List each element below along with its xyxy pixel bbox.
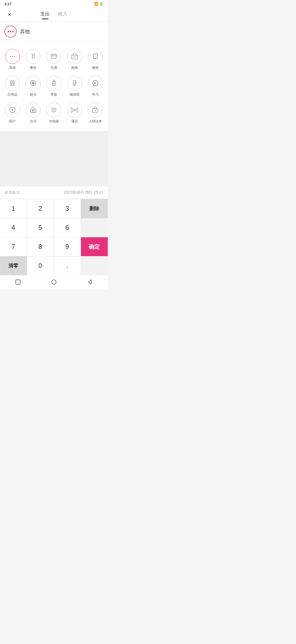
category-item-other[interactable]: 其他	[2, 46, 23, 73]
nav-home-icon[interactable]	[49, 277, 59, 287]
datetime-display: 2023年09月28日 15:17	[64, 190, 103, 195]
status-bar: 3:17 📶 🔋	[0, 0, 108, 8]
svg-point-26	[74, 109, 76, 111]
study-icon	[88, 76, 103, 91]
tab-income[interactable]: 收入	[58, 11, 67, 18]
category-item-transport[interactable]: 交通	[44, 46, 64, 73]
daily-icon	[5, 76, 20, 91]
category-item-food[interactable]: 餐饮	[23, 46, 44, 73]
selected-category-icon	[4, 25, 17, 38]
entertainment-label: 娱乐	[30, 92, 36, 97]
svg-rect-16	[53, 82, 56, 86]
svg-rect-7	[11, 80, 12, 84]
svg-point-0	[10, 56, 11, 57]
key-dot[interactable]: .	[54, 256, 81, 275]
alcohol-icon	[67, 76, 82, 91]
status-icons: 📶 🔋	[94, 2, 103, 6]
social-icon	[88, 102, 103, 117]
keypad-row-2: 4 5 6	[0, 218, 108, 237]
nav-square-icon[interactable]	[13, 277, 23, 287]
clothes-icon	[88, 49, 103, 64]
note-bar: 添加备注 2023年09月28日 15:17	[0, 186, 108, 199]
svg-rect-3	[51, 54, 57, 58]
nav-back-icon[interactable]	[85, 277, 95, 287]
category-item-utilities[interactable]: 水电煤	[44, 100, 64, 127]
svg-rect-8	[13, 80, 14, 84]
housing-icon	[26, 102, 41, 117]
svg-point-20	[93, 80, 98, 86]
category-item-snacks[interactable]: 零食	[44, 73, 64, 100]
category-item-daily[interactable]: 日用品	[2, 73, 23, 100]
status-time: 3:17	[4, 2, 12, 6]
selected-category-label: 其他	[20, 28, 30, 35]
snacks-label: 零食	[51, 92, 57, 97]
study-label: 学习	[92, 92, 99, 97]
category-item-social[interactable]: 人情往来	[85, 100, 106, 127]
keypad-row-1: 1 2 3 删除	[0, 199, 108, 218]
clothes-label: 服饰	[92, 65, 99, 70]
keypad: 1 2 3 删除 4 5 6 7 8 9 确定 清零 0 .	[0, 199, 108, 275]
tab-group: 支出 收入	[14, 11, 93, 18]
key-5[interactable]: 5	[27, 218, 54, 237]
category-item-clothes[interactable]: 服饰	[85, 46, 106, 73]
key-confirm[interactable]: 确定	[81, 237, 108, 256]
transport-icon	[46, 49, 61, 64]
medical-icon	[5, 102, 20, 117]
keypad-row-4: 清零 0 .	[0, 256, 108, 275]
key-clear[interactable]: 清零	[0, 256, 27, 275]
svg-rect-28	[16, 280, 20, 284]
comms-icon	[67, 102, 82, 117]
svg-marker-30	[88, 280, 91, 284]
daily-label: 日用品	[7, 92, 17, 97]
category-item-shopping[interactable]: 购物	[64, 46, 85, 73]
other-label: 其他	[9, 65, 16, 70]
category-item-housing[interactable]: 住宅	[23, 100, 44, 127]
shopping-label: 购物	[71, 65, 78, 70]
close-button[interactable]: ×	[4, 10, 14, 20]
key-3[interactable]: 3	[54, 199, 81, 218]
category-item-alcohol[interactable]: 烟酒茶	[64, 73, 85, 100]
dots-icon	[8, 31, 14, 32]
category-grid: 其他 餐饮 交通	[0, 42, 108, 131]
header: × 支出 收入	[0, 8, 108, 22]
key-empty-1	[81, 218, 108, 237]
svg-point-29	[52, 280, 56, 284]
comms-label: 通讯	[71, 119, 78, 124]
svg-point-2	[14, 56, 15, 57]
selected-category: 其他	[0, 22, 108, 42]
key-9[interactable]: 9	[54, 237, 81, 256]
housing-label: 住宅	[30, 119, 36, 124]
svg-point-5	[55, 58, 56, 59]
note-placeholder[interactable]: 添加备注	[4, 190, 20, 195]
social-label: 人情往来	[89, 119, 102, 124]
nav-bar	[0, 275, 108, 290]
shopping-icon	[67, 49, 82, 64]
utilities-icon	[46, 102, 61, 117]
key-8[interactable]: 8	[27, 237, 54, 256]
key-2[interactable]: 2	[27, 199, 54, 218]
alcohol-label: 烟酒茶	[70, 92, 80, 97]
svg-point-25	[53, 109, 55, 111]
key-0[interactable]: 0	[27, 256, 54, 275]
keypad-row-3: 7 8 9 确定	[0, 237, 108, 256]
svg-point-1	[12, 56, 13, 57]
key-delete[interactable]: 删除	[81, 199, 108, 218]
svg-rect-24	[32, 111, 34, 113]
key-empty-2	[81, 256, 108, 275]
utilities-label: 水电煤	[49, 119, 59, 124]
key-1[interactable]: 1	[0, 199, 27, 218]
tab-expense[interactable]: 支出	[40, 11, 50, 18]
key-4[interactable]: 4	[0, 218, 27, 237]
category-item-entertainment[interactable]: 娱乐	[23, 73, 44, 100]
medical-label: 医疗	[9, 119, 16, 124]
gray-area	[0, 131, 108, 186]
key-7[interactable]: 7	[0, 237, 27, 256]
key-6[interactable]: 6	[54, 218, 81, 237]
category-item-comms[interactable]: 通讯	[64, 100, 85, 127]
category-item-study[interactable]: 学习	[85, 73, 106, 100]
svg-point-4	[52, 58, 53, 59]
other-icon	[5, 49, 20, 64]
entertainment-icon	[26, 76, 41, 91]
food-icon	[26, 49, 41, 64]
category-item-medical[interactable]: 医疗	[2, 100, 23, 127]
